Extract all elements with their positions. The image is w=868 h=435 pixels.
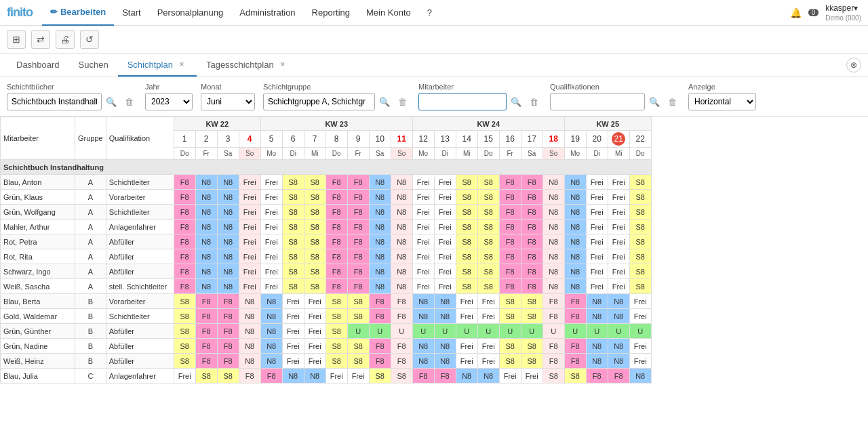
shift-cell[interactable]: S8: [195, 369, 217, 384]
nav-personalplanung[interactable]: Personalplanung: [149, 0, 232, 26]
shift-cell[interactable]: S8: [477, 205, 499, 220]
shift-cell[interactable]: Frei: [412, 205, 434, 220]
shift-cell[interactable]: Frei: [239, 220, 260, 234]
shift-cell[interactable]: F8: [542, 339, 564, 354]
shift-cell[interactable]: Frei: [239, 175, 260, 190]
schichtgruppe-clear-icon[interactable]: 🗑: [394, 93, 410, 110]
shift-cell[interactable]: N8: [369, 264, 391, 279]
nav-administration[interactable]: Administration: [231, 0, 303, 26]
shift-cell[interactable]: F8: [174, 249, 195, 264]
shift-cell[interactable]: F8: [174, 234, 195, 249]
shift-cell[interactable]: F8: [174, 264, 195, 279]
shift-cell[interactable]: Frei: [586, 279, 608, 294]
shift-cell[interactable]: F8: [174, 190, 195, 205]
shift-cell[interactable]: N8: [564, 190, 586, 205]
shift-cell[interactable]: F8: [239, 369, 260, 384]
shift-cell[interactable]: N8: [542, 205, 564, 220]
shift-cell[interactable]: F8: [391, 294, 412, 309]
shift-cell[interactable]: Frei: [239, 205, 260, 220]
shift-cell[interactable]: S8: [629, 190, 651, 205]
shift-cell[interactable]: N8: [217, 249, 239, 264]
shift-cell[interactable]: Frei: [412, 264, 434, 279]
shift-cell[interactable]: N8: [369, 205, 391, 220]
shift-cell[interactable]: N8: [369, 234, 391, 249]
shift-cell[interactable]: Frei: [434, 264, 456, 279]
shift-cell[interactable]: U: [456, 324, 477, 339]
shift-cell[interactable]: N8: [195, 249, 217, 264]
shift-cell[interactable]: Frei: [304, 339, 326, 354]
shift-cell[interactable]: S8: [326, 294, 347, 309]
tab-dashboard[interactable]: Dashboard: [7, 54, 69, 77]
shift-cell[interactable]: S8: [347, 294, 369, 309]
shift-cell[interactable]: F8: [174, 220, 195, 234]
shift-cell[interactable]: U: [586, 324, 608, 339]
shift-cell[interactable]: S8: [456, 220, 477, 234]
shift-cell[interactable]: F8: [521, 205, 542, 220]
shift-cell[interactable]: F8: [564, 339, 586, 354]
shift-cell[interactable]: S8: [629, 175, 651, 190]
shift-cell[interactable]: F8: [586, 369, 608, 384]
shift-cell[interactable]: N8: [434, 339, 456, 354]
shift-cell[interactable]: N8: [195, 190, 217, 205]
shift-cell[interactable]: Frei: [521, 369, 542, 384]
shift-cell[interactable]: F8: [326, 249, 347, 264]
shift-cell[interactable]: F8: [608, 369, 629, 384]
shift-cell[interactable]: S8: [282, 279, 304, 294]
shift-cell[interactable]: N8: [217, 190, 239, 205]
shift-cell[interactable]: F8: [195, 339, 217, 354]
shift-cell[interactable]: Frei: [239, 279, 260, 294]
shift-cell[interactable]: F8: [499, 205, 521, 220]
shift-cell[interactable]: F8: [369, 354, 391, 369]
shift-cell[interactable]: N8: [369, 190, 391, 205]
tab-suchen[interactable]: Suchen: [69, 54, 118, 77]
shift-cell[interactable]: F8: [564, 294, 586, 309]
shift-cell[interactable]: F8: [499, 220, 521, 234]
shift-cell[interactable]: N8: [195, 234, 217, 249]
shift-cell[interactable]: S8: [629, 220, 651, 234]
shift-cell[interactable]: F8: [521, 234, 542, 249]
shift-cell[interactable]: F8: [391, 339, 412, 354]
shift-cell[interactable]: N8: [391, 205, 412, 220]
shift-cell[interactable]: Frei: [456, 309, 477, 324]
shift-cell[interactable]: S8: [217, 369, 239, 384]
shift-cell[interactable]: N8: [564, 279, 586, 294]
shift-cell[interactable]: F8: [499, 175, 521, 190]
shift-cell[interactable]: S8: [282, 190, 304, 205]
shift-cell[interactable]: N8: [217, 279, 239, 294]
shift-cell[interactable]: N8: [260, 339, 282, 354]
schichtbuecher-input[interactable]: [7, 93, 102, 110]
shift-cell[interactable]: F8: [369, 339, 391, 354]
shift-cell[interactable]: Frei: [260, 205, 282, 220]
shift-cell[interactable]: N8: [564, 205, 586, 220]
shift-cell[interactable]: Frei: [260, 220, 282, 234]
shift-cell[interactable]: Frei: [260, 249, 282, 264]
shift-cell[interactable]: N8: [239, 294, 260, 309]
shift-cell[interactable]: N8: [608, 339, 629, 354]
qualifikationen-input[interactable]: [550, 93, 645, 110]
shift-cell[interactable]: N8: [239, 354, 260, 369]
shift-cell[interactable]: S8: [304, 264, 326, 279]
shift-cell[interactable]: U: [391, 324, 412, 339]
shift-cell[interactable]: Frei: [456, 339, 477, 354]
shift-cell[interactable]: S8: [477, 190, 499, 205]
shift-cell[interactable]: F8: [521, 279, 542, 294]
anzeige-select[interactable]: Horizontal Vertikal: [688, 93, 756, 110]
shift-cell[interactable]: Frei: [477, 309, 499, 324]
shift-cell[interactable]: Frei: [239, 249, 260, 264]
nav-meinkonto[interactable]: Mein Konto: [358, 0, 419, 26]
shift-cell[interactable]: F8: [347, 234, 369, 249]
shift-cell[interactable]: N8: [542, 249, 564, 264]
shift-cell[interactable]: N8: [608, 354, 629, 369]
schichtbuecher-search-icon[interactable]: 🔍: [103, 93, 119, 110]
shift-cell[interactable]: F8: [217, 324, 239, 339]
shift-cell[interactable]: Frei: [174, 369, 195, 384]
shift-cell[interactable]: F8: [347, 220, 369, 234]
shift-cell[interactable]: N8: [217, 175, 239, 190]
shift-cell[interactable]: N8: [239, 324, 260, 339]
schichtbuecher-clear-icon[interactable]: 🗑: [121, 93, 137, 110]
shift-cell[interactable]: Frei: [412, 220, 434, 234]
shift-cell[interactable]: N8: [260, 354, 282, 369]
monat-select[interactable]: JanuarFebruarMärz AprilMaiJuni JuliAugus…: [201, 93, 255, 110]
shift-cell[interactable]: N8: [260, 309, 282, 324]
shift-cell[interactable]: N8: [391, 175, 412, 190]
